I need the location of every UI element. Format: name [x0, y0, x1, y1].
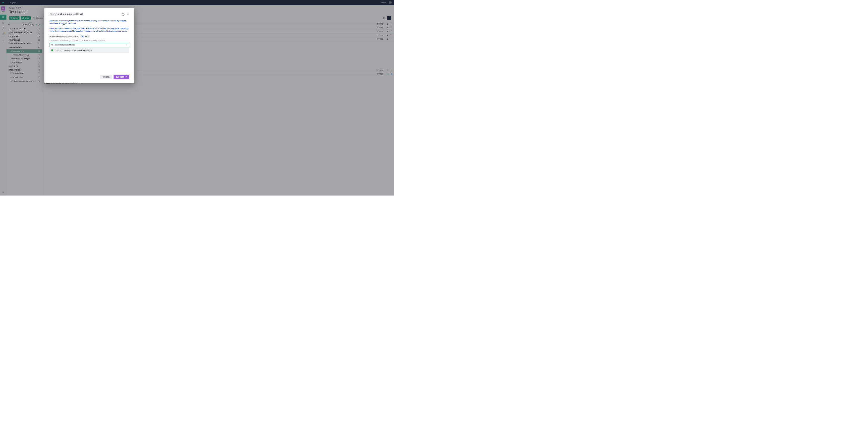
- requirements-row: Requirements management system: Jira ▼: [50, 35, 129, 38]
- search-suggestion-item[interactable]: ZEB-7417: Allow public access for dashbo…: [50, 48, 129, 53]
- modal-description-2: If you specify the requirements, Zebrunn…: [50, 27, 129, 32]
- sparkle-icon: [125, 76, 127, 78]
- modal-title: Suggest cases with AI: [50, 12, 120, 16]
- info-button[interactable]: [122, 13, 125, 16]
- jira-story-icon: [52, 50, 53, 51]
- cancel-button[interactable]: CANCEL: [100, 74, 112, 79]
- requirements-label: Requirements management system:: [50, 35, 79, 37]
- svg-point-14: [52, 44, 53, 45]
- caret-down-icon: ▼: [88, 36, 89, 37]
- clear-search-button[interactable]: [126, 44, 127, 46]
- suggest-button[interactable]: SUGGEST: [114, 74, 129, 79]
- close-button[interactable]: [127, 13, 129, 16]
- suggest-button-label: SUGGEST: [116, 76, 124, 78]
- close-icon: [127, 13, 129, 16]
- suggestion-title: Allow public access for dashboards: [64, 49, 92, 51]
- search-icon: [51, 44, 54, 46]
- issue-search-input[interactable]: [55, 44, 124, 46]
- close-icon: [126, 44, 127, 46]
- info-icon: [122, 13, 125, 16]
- jira-icon: [82, 36, 83, 37]
- rms-chip-label: Jira: [84, 35, 87, 37]
- modal-description-1: Zebrunner AI will analyze the suite's co…: [50, 19, 129, 25]
- suggest-ai-modal: Suggest cases with AI Zebrunner AI will …: [44, 8, 134, 83]
- issue-search-field[interactable]: [50, 43, 129, 47]
- search-helper-text: Please enter a Jira issue key or search …: [50, 39, 129, 41]
- modal-actions: CANCEL SUGGEST: [50, 74, 129, 79]
- rms-chip[interactable]: Jira ▼: [81, 35, 90, 38]
- suggestion-key: ZEB-7417:: [55, 49, 63, 51]
